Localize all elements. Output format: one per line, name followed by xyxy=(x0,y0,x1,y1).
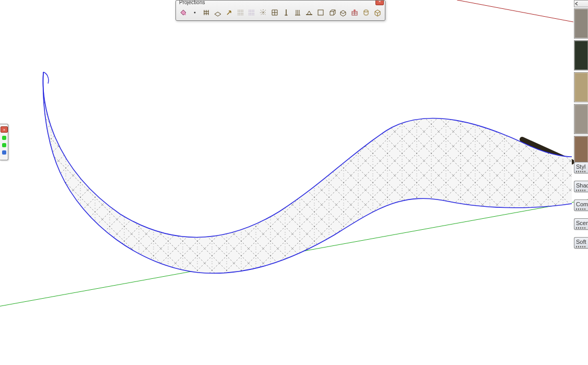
tray-tab-scen[interactable]: Scen xyxy=(574,218,588,230)
base-line-icon[interactable] xyxy=(304,6,314,18)
cube-slanted-icon[interactable] xyxy=(338,6,348,18)
tray-tab-label: Shad xyxy=(576,182,588,189)
swatch-stone-light[interactable] xyxy=(574,8,588,39)
paint-bucket-icon[interactable] xyxy=(178,6,189,18)
viewport-svg xyxy=(0,0,588,365)
tray-tab-label: Styl xyxy=(576,163,585,170)
gift-box-icon[interactable] xyxy=(349,6,360,18)
cylinder-icon[interactable] xyxy=(361,6,371,18)
toolbar-title-label: Projections xyxy=(179,1,205,5)
visibility-toggle-icon[interactable] xyxy=(2,136,6,140)
cube-icon[interactable] xyxy=(327,6,337,18)
asterisk-icon[interactable] xyxy=(258,6,268,18)
curved-surface xyxy=(43,72,572,273)
point-icon[interactable] xyxy=(190,6,200,18)
tray-tabs: StylShadComScenSoft xyxy=(574,162,588,249)
swatch-sand[interactable] xyxy=(574,72,588,102)
arrow-up-right-icon[interactable] xyxy=(224,6,234,18)
svg-point-10 xyxy=(194,11,195,13)
model-viewport[interactable] xyxy=(0,0,588,365)
tray-tab-label: Soft xyxy=(576,239,586,245)
tray-tab-shad[interactable]: Shad xyxy=(574,181,588,192)
grid-icon[interactable] xyxy=(269,6,280,18)
box-icon[interactable] xyxy=(372,6,383,18)
drag-handle-icon[interactable] xyxy=(576,190,586,191)
swatch-grey-streak[interactable] xyxy=(574,104,588,134)
tray-tab-label: Scen xyxy=(576,220,588,226)
tray-tab-styl[interactable]: Styl xyxy=(574,162,588,173)
drag-handle-icon[interactable] xyxy=(576,227,586,229)
materials-rail xyxy=(574,0,588,168)
drag-handle-icon[interactable] xyxy=(576,171,586,172)
rail-collapse-button[interactable] xyxy=(574,0,588,7)
vertical-icon[interactable] xyxy=(281,6,291,18)
chevron-left-icon xyxy=(574,2,580,6)
projections-toolbar[interactable]: Projections × xyxy=(175,0,385,21)
close-icon[interactable]: × xyxy=(375,1,384,5)
toolbar-body xyxy=(176,5,385,20)
tray-tab-soft[interactable]: Soft xyxy=(574,237,588,249)
drag-handle-icon[interactable] xyxy=(576,246,586,248)
drag-handle-icon[interactable] xyxy=(576,208,586,210)
close-icon[interactable]: × xyxy=(1,126,8,133)
layers-toolbar-fragment[interactable]: × xyxy=(0,124,8,160)
svg-rect-9 xyxy=(184,14,186,15)
grid-small-icon[interactable] xyxy=(201,6,211,18)
swatch-dark-green[interactable] xyxy=(574,40,588,70)
grid-dashed-icon[interactable] xyxy=(235,6,245,18)
visibility-toggle-icon[interactable] xyxy=(2,143,6,147)
svg-point-14 xyxy=(364,10,368,12)
visibility-toggle-icon[interactable] xyxy=(2,150,6,155)
plane-xz-icon[interactable] xyxy=(213,6,223,18)
tray-tab-label: Com xyxy=(576,201,588,207)
vertical-align-icon[interactable] xyxy=(292,6,303,18)
square-icon[interactable] xyxy=(315,6,326,18)
tray-tab-com[interactable]: Com xyxy=(574,199,588,211)
svg-point-13 xyxy=(354,9,356,11)
axis-red xyxy=(457,0,573,22)
toolbar-titlebar[interactable]: Projections × xyxy=(176,1,385,5)
svg-rect-11 xyxy=(318,10,323,15)
grid-dashed-2-icon[interactable] xyxy=(246,6,257,18)
